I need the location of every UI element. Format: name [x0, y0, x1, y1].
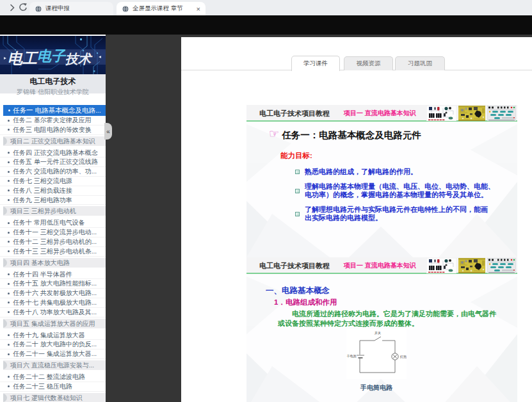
- slide1-bullet: 熟悉电路的组成，了解电路的作用。: [295, 168, 497, 177]
- sidebar-item-label: 任务四 正弦交流电路基本概念: [13, 149, 98, 156]
- slide-header-project: 项目一 直流电路基本知识: [344, 105, 416, 122]
- slide-header: 电工电子技术项目教程 项目一 直流电路基本知识: [246, 257, 517, 274]
- sidebar-item-task[interactable]: 任务三 电阻电路的等效变换: [0, 125, 106, 135]
- sidebar-item-label: 任务一 电路基本概念及电路...: [13, 106, 101, 114]
- app-area: 电工 电子 技术 电工电子技术 罗锦锋 信阳职业技术学院 任务一 电路基本概念及…: [0, 35, 532, 402]
- slide2-paragraph: 电流所通过的路径称为电路。它是为了满足功能需要，由电气器件或设备按照某种特定方式…: [278, 309, 496, 328]
- sidebar-section-header[interactable]: 项目五 集成运算放大器的应用: [3, 319, 106, 328]
- sidebar-item-label: 任务十一 三相交流异步电动...: [13, 229, 97, 236]
- sidebar-item-label: 项目六 直流稳压电源安装与...: [10, 362, 94, 369]
- slide-header: 电工电子技术项目教程 项目一 直流电路基本知识: [246, 105, 517, 122]
- sidebar-item-task[interactable]: 任务十五 放大电路性能指标...: [0, 279, 106, 289]
- sidebar-item-task[interactable]: 任务十三 三相异步电动机条...: [0, 247, 106, 257]
- sidebar-item-task[interactable]: 任务二十三 稳压电路: [0, 382, 106, 392]
- slide1-bullet: 了解理想电路元件与实际电路元件在电特性上的不同，能画出实际电路的电路模型。: [295, 205, 497, 223]
- square-bullet-icon: [295, 170, 300, 174]
- bullet-text: 熟悉电路的组成，了解电路的作用。: [305, 168, 497, 177]
- slide1-bullet: 理解电路的基本物理量（电流、电压、电位、电动势、电能、电功率）的概念，掌握电路的…: [295, 182, 497, 200]
- sidebar-item-label: 任务八 三相负载连接: [13, 187, 72, 194]
- sidebar-item-label: 任务十三 三相异步电动机条...: [13, 248, 97, 255]
- sidebar-item-label: 任务二十一 集成运算放大器...: [13, 350, 97, 357]
- slide-header-title: 电工电子技术项目教程: [259, 105, 330, 122]
- course-sidebar: 电工 电子 技术 电工电子技术 罗锦锋 信阳职业技术学院 任务一 电路基本概念及…: [0, 35, 106, 402]
- close-tab-icon[interactable]: ×: [197, 6, 200, 12]
- black-spacer-bar: [0, 15, 532, 35]
- sidebar-item-task[interactable]: 任务九 三相电路功率: [0, 196, 106, 205]
- sidebar-collapse-handle[interactable]: «: [104, 123, 112, 140]
- relay-module-photo-icon: [426, 258, 456, 273]
- slide1-title-row: ☞ 任务一：电路基本概念及电路元件: [269, 129, 421, 141]
- tab-label: 习题巩固: [408, 60, 432, 68]
- course-banner-image: 电工 电子 技术: [0, 36, 106, 74]
- sidebar-item-task[interactable]: 任务五 单一元件正弦交流线路: [0, 157, 106, 167]
- sidebar-item-task[interactable]: 任务七 三相交流电源: [0, 177, 106, 186]
- browser-tab-strip: 课程申报 全屏显示课程 章节 ×: [0, 0, 532, 15]
- tab-learning-courseware[interactable]: 学习课件: [291, 56, 340, 71]
- bullet-icon: [8, 353, 10, 355]
- browser-tab-inactive[interactable]: 课程申报: [29, 2, 113, 15]
- diagram-switch-label: 开关: [375, 331, 381, 335]
- bullet-text: 了解理想电路元件与实际电路元件在电特性上的不同，能画出实际电路的电路模型。: [305, 205, 492, 223]
- sidebar-item-task[interactable]: 任务八 三相负载连接: [0, 186, 106, 196]
- sidebar-section-header[interactable]: 项目六 直流稳压电源安装与...: [3, 360, 106, 370]
- sidebar-item-task[interactable]: 任务十 常用低压电气设备: [0, 218, 106, 228]
- slide-header-project: 项目一 直流电路基本知识: [344, 257, 416, 274]
- bullet-icon: [8, 385, 10, 387]
- sidebar-item-task[interactable]: 任务一 电路基本概念及电路...: [3, 105, 106, 116]
- sidebar-section-header[interactable]: 项目四 基本放大电路: [3, 258, 106, 268]
- course-card: 电工电子技术 罗锦锋 信阳职业技术学院: [0, 74, 106, 93]
- bullet-icon: [8, 283, 10, 285]
- sidebar-section-header[interactable]: 项目二 正弦交流电路基本知识: [3, 136, 106, 146]
- slide-header-thumbnails: [424, 106, 516, 121]
- slide1-bullet-list: 熟悉电路的组成，了解电路的作用。 理解电路的基本物理量（电流、电压、电位、电动势…: [295, 168, 497, 229]
- sidebar-item-label: 任务二十三 稳压电路: [13, 383, 72, 390]
- sidebar-item-label: 任务七 三相交流电源: [13, 177, 72, 184]
- sidebar-item-task[interactable]: 任务二 基尔霍夫定律及应用: [0, 116, 106, 125]
- slide1-title: 任务一：电路基本概念及电路元件: [282, 129, 421, 141]
- sidebar-item-task[interactable]: 任务十九 集成运算放大器: [0, 331, 106, 341]
- bullet-icon: [8, 189, 10, 191]
- sidebar-item-label: 任务十 常用低压电气设备: [13, 219, 85, 226]
- sidebar-item-task[interactable]: 任务十一 三相交流异步电动...: [0, 228, 106, 237]
- sidebar-section-header[interactable]: 项目三 三相异步电动机: [3, 206, 106, 216]
- chapter-list: 任务一 电路基本概念及电路... 任务二 基尔霍夫定律及应用 任务三 电阻电路的…: [0, 105, 106, 402]
- tab-video-resources[interactable]: 视频资源: [344, 56, 393, 70]
- sidebar-item-task[interactable]: 任务十二 三相异步电动机的...: [0, 237, 106, 247]
- sidebar-item-task[interactable]: 任务十六 共发射极放大电路...: [0, 289, 106, 298]
- slide-header-thumbnails: [424, 258, 516, 273]
- sidebar-item-label: 任务十四 半导体器件: [13, 271, 72, 278]
- sidebar-item-task[interactable]: 任务二十一 集成运算放大器...: [0, 350, 106, 359]
- bullet-icon: [8, 161, 10, 163]
- sidebar-item-task[interactable]: 任务四 正弦交流电路基本概念: [0, 149, 106, 158]
- sidebar-item-label: 任务十五 放大电路性能指标...: [13, 280, 97, 287]
- sidebar-item-task[interactable]: 任务十七 共集电极放大电路...: [0, 298, 106, 308]
- bullet-icon: [8, 152, 10, 154]
- sidebar-item-label: 项目二 正弦交流电路基本知识: [10, 138, 95, 145]
- bullet-icon: [8, 120, 10, 122]
- square-bullet-icon: [295, 212, 300, 216]
- sidebar-section-header[interactable]: 项目七 逻辑代数基础知识: [3, 393, 106, 402]
- sidebar-item-task[interactable]: 任务六 交流电路的功率、功...: [0, 167, 106, 177]
- sidebar-item-task[interactable]: 任务十八 功率放大电路及其...: [0, 308, 106, 318]
- bullet-icon: [8, 180, 10, 182]
- globe-icon: [122, 6, 129, 12]
- bullet-icon: [8, 376, 10, 378]
- course-author: 罗锦锋 信阳职业技术学院: [0, 88, 106, 97]
- sidebar-item-task[interactable]: 任务二十 放大电路中的负反...: [0, 340, 106, 350]
- bullet-icon: [8, 273, 10, 275]
- slide1-goal-label: 能力目标:: [280, 151, 312, 161]
- forward-icon[interactable]: [7, 3, 17, 13]
- collapse-icon: «: [106, 128, 110, 135]
- sidebar-item-task[interactable]: 任务十四 半导体器件: [0, 270, 106, 280]
- slide-1: 电工电子技术项目教程 项目一 直流电路基本知识 ☞ 任务一：电路基本概念及电路元…: [246, 105, 517, 257]
- sidebar-item-task[interactable]: 任务二十二 整流滤波电路: [0, 373, 106, 382]
- tab-exercises[interactable]: 习题巩固: [395, 56, 445, 70]
- sidebar-item-label: 项目七 逻辑代数基础知识: [10, 394, 83, 401]
- reload-icon[interactable]: [18, 3, 28, 13]
- slide-2: 电工电子技术项目教程 项目一 直流电路基本知识 一、电路基本概念 1．电路组成和…: [246, 257, 517, 402]
- browser-tab-active[interactable]: 全屏显示课程 章节 ×: [117, 2, 206, 15]
- sidebar-item-label: 任务十二 三相异步电动机的...: [13, 238, 97, 245]
- bullet-icon: [8, 171, 10, 173]
- sidebar-item-label: 任务五 单一元件正弦交流线路: [13, 158, 98, 165]
- relay-module-photo-icon: [426, 106, 456, 121]
